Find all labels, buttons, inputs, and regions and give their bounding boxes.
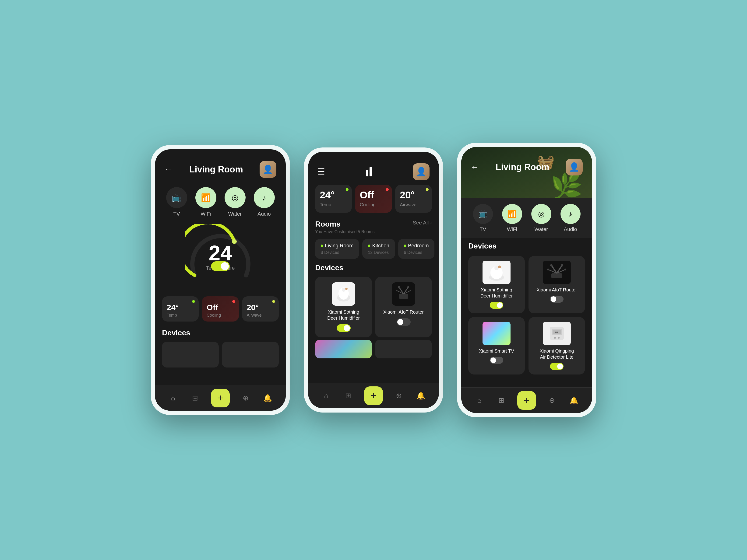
bell-nav-button[interactable]: 🔔: [568, 394, 580, 406]
room-devices: 8 Devices: [321, 250, 354, 255]
humidifier-svg: [334, 285, 353, 303]
airwave-dot: [272, 300, 275, 303]
water-icon-item[interactable]: ◎ Water: [531, 204, 551, 232]
temperature-toggle[interactable]: [211, 261, 230, 271]
humidifier-svg: [486, 263, 507, 282]
back-button[interactable]: ←: [164, 164, 173, 174]
audio-icon-item[interactable]: ♪ Audio: [254, 187, 275, 217]
tv-icon-circle: 📺: [473, 204, 493, 224]
tv-icon-item[interactable]: 📺 TV: [473, 204, 493, 232]
add-nav-button[interactable]: +: [364, 386, 383, 405]
router-name: Xiaomi AIoT Router: [536, 287, 577, 293]
grid-nav-button[interactable]: ⊞: [189, 392, 201, 404]
air-detector-img: ■■: [543, 322, 571, 345]
svg-rect-32: [558, 337, 560, 339]
cooling-big-dot: [386, 188, 389, 191]
devices-grid: Xiaomi SothingDeer Humidifier: [308, 274, 439, 340]
water-icon-item[interactable]: ◎ Water: [225, 187, 246, 217]
room-living[interactable]: Living Room 8 Devices: [315, 239, 359, 259]
svg-rect-5: [399, 294, 408, 299]
p1-header: ← Living Room 👤: [155, 149, 286, 183]
grid-nav-button[interactable]: ⊞: [342, 390, 354, 402]
home-nav-button[interactable]: ⌂: [320, 390, 332, 402]
bell-nav-button[interactable]: 🔔: [262, 392, 274, 404]
airwave-card[interactable]: 20° Airwave: [242, 296, 279, 322]
audio-icon-circle: ♪: [561, 204, 581, 224]
devices-row-2: [308, 340, 439, 358]
temp-big-dot: [346, 188, 349, 191]
add-nav-button[interactable]: +: [517, 391, 536, 410]
airwave-big-value: 20°: [400, 189, 427, 201]
device-partial-1[interactable]: [315, 340, 372, 358]
router-img: [392, 282, 415, 306]
tv-icon-item[interactable]: 📺 TV: [166, 187, 187, 217]
avatar-face: 👤: [413, 163, 430, 180]
tv-icon-circle: 📺: [166, 187, 187, 208]
home-nav-button[interactable]: ⌂: [473, 394, 485, 406]
device-partial-2[interactable]: [375, 340, 432, 358]
device-thumb-1[interactable]: [162, 342, 219, 368]
router-card[interactable]: Xiaomi AIoT Router: [375, 277, 432, 338]
humidifier-toggle[interactable]: [490, 302, 503, 309]
water-icon-circle: ◎: [225, 187, 246, 208]
humidifier-card[interactable]: Xiaomi SothingDeer Humidifier: [468, 256, 525, 313]
tv-toggle[interactable]: [490, 357, 503, 364]
room-chip-header: Bedroom: [404, 243, 429, 249]
humidifier-img: [483, 261, 511, 284]
phone-1: ← Living Room 👤 📺 TV 📶 WiFi ◎ Water ♪ Au: [151, 145, 290, 415]
grid-nav-button[interactable]: ⊞: [495, 394, 508, 406]
temp-big-label: Temp: [320, 202, 347, 208]
airwave-big-dot: [426, 188, 429, 191]
room-dot: [404, 244, 406, 247]
temp-dot: [192, 300, 195, 303]
water-icon-circle: ◎: [531, 204, 551, 224]
p3-icons: 📺 TV 📶 WiFi ◎ Water ♪ Audio: [461, 198, 592, 238]
air-detector-toggle[interactable]: [550, 363, 564, 370]
big-status-cards: 24° Temp Off Cooling 20° Airwave: [308, 185, 439, 217]
room-bedroom[interactable]: Bedroom 6 Devices: [398, 239, 434, 259]
humidifier-card[interactable]: Xiaomi SothingDeer Humidifier: [315, 277, 372, 338]
shield-nav-button[interactable]: ⊕: [239, 392, 252, 404]
room-kitchen[interactable]: Kitchen 12 Devices: [362, 239, 395, 259]
router-toggle[interactable]: [396, 318, 411, 326]
router-card[interactable]: Xiaomi AIoT Router: [529, 256, 585, 313]
menu-button[interactable]: ☰: [317, 167, 325, 177]
room-devices: 12 Devices: [368, 250, 389, 255]
router-toggle[interactable]: [550, 296, 564, 303]
water-label: Water: [535, 226, 548, 232]
temp-big-card[interactable]: 24° Temp: [315, 185, 352, 213]
shield-nav-button[interactable]: ⊕: [546, 394, 558, 406]
router-img: [543, 261, 571, 284]
cooling-card[interactable]: Off Cooling: [202, 296, 238, 322]
svg-point-23: [550, 264, 552, 266]
cooling-big-card[interactable]: Off Cooling: [355, 185, 392, 213]
svg-point-10: [398, 286, 400, 288]
bell-nav-button[interactable]: 🔔: [415, 390, 427, 402]
avatar-face: 👤: [260, 161, 276, 178]
see-all-button[interactable]: See All ›: [413, 220, 432, 226]
tv-card[interactable]: Xiaomi Smart TV: [468, 317, 525, 374]
home-nav-button[interactable]: ⌂: [167, 392, 179, 404]
chevron-right-icon: ›: [430, 220, 432, 226]
avatar[interactable]: 👤: [260, 161, 276, 178]
airwave-big-card[interactable]: 20° Airwave: [395, 185, 432, 213]
avatar[interactable]: 👤: [413, 163, 430, 180]
air-detector-card[interactable]: ■■ Xiaomi QingpingAir Detector Lite: [529, 317, 585, 374]
page-title: Living Room: [189, 164, 243, 175]
cooling-big-label: Cooling: [360, 202, 387, 208]
temperature-value: 24: [206, 243, 235, 264]
add-nav-button[interactable]: +: [211, 389, 230, 407]
audio-icon-item[interactable]: ♪ Audio: [561, 204, 581, 232]
svg-point-25: [547, 269, 549, 270]
svg-rect-31: [554, 337, 556, 339]
shield-nav-button[interactable]: ⊕: [393, 390, 405, 402]
device-thumb-2[interactable]: [222, 342, 279, 368]
back-button[interactable]: ←: [471, 162, 479, 172]
avatar[interactable]: 👤: [566, 159, 583, 176]
humidifier-toggle[interactable]: [337, 324, 351, 332]
wifi-icon-item[interactable]: 📶 WiFi: [196, 187, 216, 217]
air-detector-name: Xiaomi QingpingAir Detector Lite: [540, 348, 574, 360]
wifi-label: WiFi: [507, 226, 517, 232]
wifi-icon-item[interactable]: 📶 WiFi: [502, 204, 522, 232]
temp-card[interactable]: 24° Temp: [162, 296, 199, 322]
